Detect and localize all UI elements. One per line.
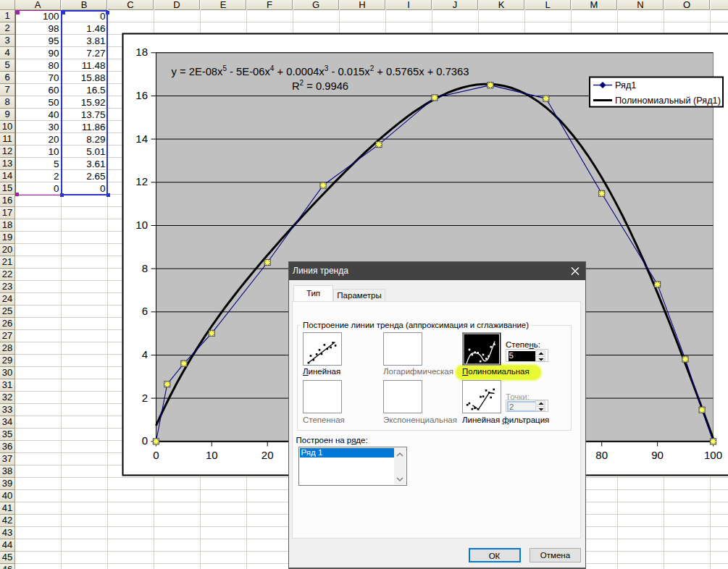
svg-text:8: 8: [142, 262, 148, 274]
svg-text:0: 0: [142, 434, 148, 447]
svg-text:4: 4: [142, 348, 148, 361]
svg-text:80: 80: [595, 449, 608, 461]
svg-text:20: 20: [262, 449, 274, 461]
svg-text:10: 10: [135, 219, 148, 231]
svg-text:10: 10: [206, 449, 218, 461]
svg-text:0: 0: [153, 449, 159, 461]
svg-text:2: 2: [142, 392, 148, 404]
svg-text:18: 18: [135, 46, 148, 58]
svg-text:Полиномиальный (Ряд1): Полиномиальный (Ряд1): [615, 96, 721, 106]
svg-text:100: 100: [704, 449, 722, 461]
svg-text:12: 12: [135, 175, 148, 187]
svg-text:14: 14: [135, 132, 148, 145]
svg-text:16: 16: [135, 89, 148, 101]
svg-text:6: 6: [142, 305, 148, 317]
svg-text:Ряд1: Ряд1: [615, 80, 636, 90]
svg-text:90: 90: [651, 449, 664, 461]
